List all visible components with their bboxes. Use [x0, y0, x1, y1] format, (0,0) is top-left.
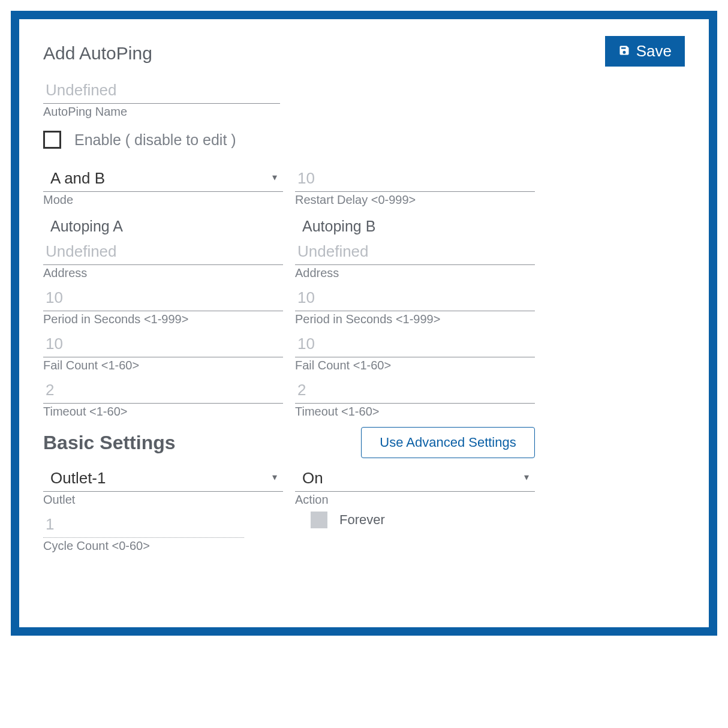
restart-delay-input[interactable]: [295, 166, 535, 192]
period-a-input[interactable]: [43, 285, 283, 311]
failcount-b-label: Fail Count <1-60>: [295, 359, 535, 372]
outlet-label: Outlet: [43, 493, 283, 507]
autoping-a-heading: Autoping A: [50, 218, 283, 235]
enable-label: Enable ( disable to edit ): [74, 131, 236, 149]
mode-label: Mode: [43, 193, 283, 207]
failcount-a-input[interactable]: [43, 331, 283, 357]
autoping-form-panel: Add AutoPing Save AutoPing Name Enable (…: [11, 11, 717, 636]
timeout-a-label: Timeout <1-60>: [43, 405, 283, 419]
address-a-label: Address: [43, 266, 283, 280]
autoping-b-heading: Autoping B: [302, 218, 535, 235]
failcount-a-label: Fail Count <1-60>: [43, 359, 283, 372]
period-a-label: Period in Seconds <1-999>: [43, 312, 283, 326]
failcount-b-input[interactable]: [295, 331, 535, 357]
forever-label: Forever: [339, 512, 385, 528]
page-title: Add AutoPing: [43, 43, 152, 64]
outlet-select[interactable]: Outlet-1: [43, 465, 283, 492]
autoping-name-input[interactable]: [43, 77, 280, 104]
cycle-count-input[interactable]: [43, 512, 244, 538]
action-label: Action: [295, 493, 535, 507]
autoping-name-label: AutoPing Name: [43, 105, 280, 119]
use-advanced-settings-button[interactable]: Use Advanced Settings: [361, 427, 535, 458]
save-icon: [618, 42, 630, 61]
enable-checkbox[interactable]: [43, 131, 61, 149]
action-select-value: On: [295, 465, 535, 492]
save-button[interactable]: Save: [605, 36, 685, 67]
forever-checkbox[interactable]: [311, 512, 327, 528]
address-a-input[interactable]: [43, 239, 283, 265]
restart-delay-label: Restart Delay <0-999>: [295, 193, 535, 207]
mode-select[interactable]: A and B: [43, 166, 283, 192]
period-b-input[interactable]: [295, 285, 535, 311]
timeout-b-label: Timeout <1-60>: [295, 405, 535, 419]
timeout-a-input[interactable]: [43, 377, 283, 404]
basic-settings-heading: Basic Settings: [43, 432, 349, 454]
mode-select-value: A and B: [43, 166, 283, 192]
address-b-label: Address: [295, 266, 535, 280]
timeout-b-input[interactable]: [295, 377, 535, 404]
address-b-input[interactable]: [295, 239, 535, 265]
outlet-select-value: Outlet-1: [43, 465, 283, 492]
save-button-label: Save: [636, 42, 672, 61]
cycle-count-label: Cycle Count <0-60>: [43, 539, 244, 553]
period-b-label: Period in Seconds <1-999>: [295, 312, 535, 326]
action-select[interactable]: On: [295, 465, 535, 492]
